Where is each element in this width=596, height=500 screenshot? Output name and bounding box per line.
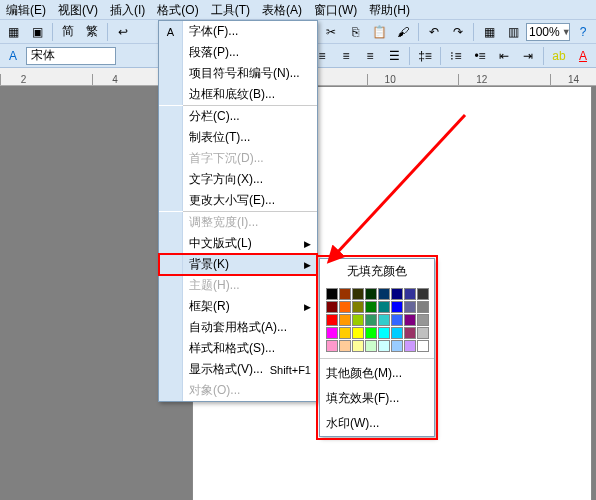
menu-item[interactable]: 段落(P)... [159, 42, 317, 63]
bullets-icon[interactable]: •≡ [469, 46, 491, 66]
align-right-icon[interactable]: ≡ [335, 46, 357, 66]
color-swatch[interactable] [378, 301, 390, 313]
menu-item-icon [159, 106, 183, 127]
highlight-icon[interactable]: ab [548, 46, 570, 66]
traditional-icon[interactable]: 繁 [81, 22, 103, 42]
color-swatch[interactable] [391, 340, 403, 352]
menu-item[interactable]: 制表位(T)... [159, 127, 317, 148]
menu-item[interactable]: 文字方向(X)... [159, 169, 317, 190]
color-swatch[interactable] [326, 340, 338, 352]
menu-item[interactable]: A字体(F)... [159, 21, 317, 42]
style-icon[interactable]: A [2, 46, 24, 66]
no-fill-button[interactable]: 无填充颜色 [320, 259, 434, 284]
color-swatch[interactable] [339, 288, 351, 300]
color-swatch[interactable] [365, 301, 377, 313]
color-swatch[interactable] [365, 288, 377, 300]
color-swatch[interactable] [417, 314, 429, 326]
menu-item-icon [159, 296, 183, 317]
copy-icon[interactable]: ⎘ [344, 22, 366, 42]
color-swatch[interactable] [326, 327, 338, 339]
color-swatch[interactable] [352, 288, 364, 300]
color-swatch[interactable] [391, 314, 403, 326]
menu-item[interactable]: 分栏(C)... [159, 106, 317, 127]
color-swatch[interactable] [326, 301, 338, 313]
color-swatch[interactable] [365, 314, 377, 326]
menu-edit[interactable]: 编辑(E) [0, 0, 52, 19]
menu-item[interactable]: 项目符号和编号(N)... [159, 63, 317, 84]
menu-table[interactable]: 表格(A) [256, 0, 308, 19]
more-colors-button[interactable]: 其他颜色(M)... [320, 361, 434, 386]
color-swatch[interactable] [404, 327, 416, 339]
menu-item[interactable]: 自动套用格式(A)... [159, 317, 317, 338]
color-swatch[interactable] [339, 314, 351, 326]
color-swatch[interactable] [339, 327, 351, 339]
indent-icon[interactable]: ⇥ [517, 46, 539, 66]
menu-item-icon: A [159, 21, 183, 42]
color-swatch[interactable] [391, 288, 403, 300]
color-swatch[interactable] [378, 314, 390, 326]
color-swatch[interactable] [352, 340, 364, 352]
menu-item-label: 边框和底纹(B)... [183, 86, 317, 103]
toolbar-button[interactable]: ▦ [478, 22, 500, 42]
color-swatch[interactable] [365, 327, 377, 339]
color-swatch[interactable] [391, 327, 403, 339]
format-painter-icon[interactable]: 🖌 [392, 22, 414, 42]
menu-item[interactable]: 边框和底纹(B)... [159, 84, 317, 105]
toolbar-button[interactable]: ▦ [2, 22, 24, 42]
toolbar-button[interactable]: ▣ [26, 22, 48, 42]
menu-item[interactable]: 背景(K)▶ [159, 254, 317, 275]
watermark-button[interactable]: 水印(W)... [320, 411, 434, 436]
color-swatch[interactable] [417, 301, 429, 313]
menu-tools[interactable]: 工具(T) [205, 0, 256, 19]
menu-item[interactable]: 更改大小写(E)... [159, 190, 317, 211]
color-swatch[interactable] [417, 288, 429, 300]
menu-help[interactable]: 帮助(H) [363, 0, 416, 19]
help-icon[interactable]: ? [572, 22, 594, 42]
color-swatch[interactable] [339, 301, 351, 313]
color-swatch[interactable] [404, 288, 416, 300]
fill-effects-button[interactable]: 填充效果(F)... [320, 386, 434, 411]
color-swatch[interactable] [378, 288, 390, 300]
line-spacing-icon[interactable]: ‡≡ [414, 46, 436, 66]
menu-item[interactable]: 样式和格式(S)... [159, 338, 317, 359]
menu-item[interactable]: 框架(R)▶ [159, 296, 317, 317]
color-swatch[interactable] [352, 301, 364, 313]
redo-icon[interactable]: ↷ [447, 22, 469, 42]
color-swatch[interactable] [378, 327, 390, 339]
simplified-icon[interactable]: 简 [57, 22, 79, 42]
align-distribute-icon[interactable]: ☰ [383, 46, 405, 66]
cut-icon[interactable]: ✂ [320, 22, 342, 42]
color-swatch[interactable] [404, 301, 416, 313]
menu-insert[interactable]: 插入(I) [104, 0, 151, 19]
color-swatch[interactable] [326, 314, 338, 326]
color-swatch[interactable] [417, 327, 429, 339]
menu-item-label: 主题(H)... [183, 277, 317, 294]
align-justify-icon[interactable]: ≡ [359, 46, 381, 66]
menu-format[interactable]: 格式(O) [151, 0, 204, 19]
font-select[interactable]: 宋体 [26, 47, 116, 65]
color-swatch[interactable] [404, 340, 416, 352]
color-swatch[interactable] [404, 314, 416, 326]
toolbar-button[interactable]: ↩ [112, 22, 134, 42]
color-swatch[interactable] [352, 327, 364, 339]
menu-view[interactable]: 视图(V) [52, 0, 104, 19]
menu-window[interactable]: 窗口(W) [308, 0, 363, 19]
color-swatch[interactable] [365, 340, 377, 352]
color-swatch[interactable] [417, 340, 429, 352]
color-swatch[interactable] [339, 340, 351, 352]
menu-item-label: 调整宽度(I)... [183, 214, 317, 231]
color-swatch[interactable] [391, 301, 403, 313]
paste-icon[interactable]: 📋 [368, 22, 390, 42]
menu-item[interactable]: 显示格式(V)...Shift+F1 [159, 359, 317, 380]
font-color-icon[interactable]: A [572, 46, 594, 66]
outdent-icon[interactable]: ⇤ [493, 46, 515, 66]
zoom-input[interactable]: 100%▼ [526, 23, 570, 41]
menu-item-label: 框架(R)▶ [183, 298, 317, 315]
numbering-icon[interactable]: ⁝≡ [445, 46, 467, 66]
undo-icon[interactable]: ↶ [423, 22, 445, 42]
color-swatch[interactable] [378, 340, 390, 352]
toolbar-button[interactable]: ▥ [502, 22, 524, 42]
color-swatch[interactable] [326, 288, 338, 300]
color-swatch[interactable] [352, 314, 364, 326]
menu-item[interactable]: 中文版式(L)▶ [159, 233, 317, 254]
